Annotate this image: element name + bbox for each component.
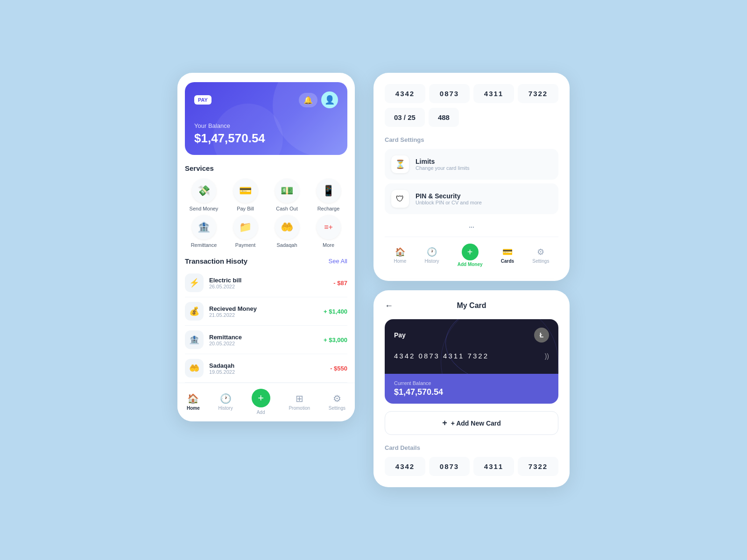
- details-group-3: 4311: [473, 457, 514, 476]
- nav-history[interactable]: 🕐 History: [218, 393, 233, 411]
- more-label: More: [323, 242, 334, 248]
- bell-icon: 🔔: [303, 96, 313, 105]
- panel-history-label: History: [424, 259, 439, 264]
- history-icon: 🕐: [220, 393, 232, 404]
- card-group-3: 4311: [473, 84, 514, 103]
- add-button[interactable]: +: [252, 389, 270, 407]
- transaction-history-title: Transaction Hisoty: [185, 257, 247, 265]
- card-cvv: 488: [429, 108, 459, 127]
- electric-bill-icon: ⚡: [185, 273, 204, 292]
- txn-date-sadaqah: 19.05.2022: [209, 369, 324, 375]
- card-details-number-row: 4342 0873 4311 7322: [385, 457, 558, 476]
- back-button[interactable]: ←: [385, 301, 393, 311]
- sadaqah-txn-icon: 🤲: [185, 359, 204, 378]
- details-group-1: 4342: [385, 457, 425, 476]
- service-send-money[interactable]: 💸 Send Money: [185, 179, 223, 211]
- dark-card-number: 4342 0873 4311 7322: [394, 352, 489, 360]
- card-number-row: 4342 0873 4311 7322: [385, 84, 558, 103]
- promotion-icon: ⊞: [296, 393, 303, 404]
- pin-security-subtitle: Unblock PIN or CV and more: [416, 200, 482, 205]
- current-balance-label: Current Balance: [394, 380, 549, 386]
- txn-date-received: 21.05.2022: [209, 312, 318, 318]
- remittance-label: Remittance: [191, 242, 217, 248]
- nav-home[interactable]: 🏠 Home: [187, 393, 200, 411]
- limits-subtitle: Change your card limits: [416, 165, 470, 171]
- panel-home-icon: 🏠: [395, 247, 405, 257]
- panel-settings-label: Settings: [532, 259, 549, 264]
- panel-home-label: Home: [394, 259, 407, 264]
- card-group-1: 4342: [385, 84, 425, 103]
- dark-card-top: Pay Ł 4342 0873 4311 7322 )): [385, 319, 558, 374]
- services-title: Services: [177, 164, 355, 172]
- nav-promotion[interactable]: ⊞ Promotion: [289, 393, 310, 411]
- settings-icon: ⚙: [333, 393, 341, 404]
- txn-amount-electric: - $87: [333, 280, 347, 287]
- send-money-icon: 💸: [192, 179, 216, 203]
- details-group-2: 0873: [429, 457, 470, 476]
- limits-icon: ⏳: [391, 155, 409, 173]
- more-icon: ≡+: [317, 215, 341, 239]
- panel-nav-home[interactable]: 🏠 Home: [394, 247, 407, 264]
- pay-badge: PAY: [194, 95, 211, 105]
- txn-name-remittance: Remittance: [209, 334, 318, 341]
- nav-home-label: Home: [187, 406, 200, 411]
- cash-out-label: Cash Out: [276, 206, 297, 211]
- balance-label: Your Balance: [194, 122, 338, 129]
- cash-out-icon: 💵: [275, 179, 299, 203]
- add-plus-icon: +: [442, 418, 447, 428]
- nav-add[interactable]: + Add: [252, 389, 270, 415]
- card-expiry: 03 / 25: [385, 108, 425, 127]
- pin-security-setting[interactable]: 🛡 PIN & Security Unblock PIN or CV and m…: [385, 183, 558, 214]
- balance-amount: $1,47,570.54: [194, 131, 338, 146]
- panel-nav-add[interactable]: + Add Money: [458, 244, 483, 267]
- txn-amount-received: + $1,400: [324, 308, 347, 315]
- panel-nav-cards[interactable]: 💳 Cards: [501, 247, 514, 264]
- panel-settings-icon: ⚙: [537, 247, 544, 257]
- panel-cards-label: Cards: [501, 259, 514, 264]
- avatar[interactable]: 👤: [321, 91, 338, 108]
- transaction-list: ⚡ Electric bill 26.05.2022 - $87 💰 Recie…: [177, 269, 355, 383]
- service-payment[interactable]: 📁 Payment: [226, 215, 264, 248]
- balance-card: PAY 🔔 👤 Your Balance $1,47,570.54: [185, 82, 347, 155]
- my-card-title: My Card: [457, 301, 486, 310]
- txn-amount-sadaqah: - $550: [330, 365, 347, 372]
- panel-nav-history[interactable]: 🕐 History: [424, 247, 439, 264]
- service-recharge[interactable]: 📱 Recharge: [310, 179, 347, 211]
- txn-item-remittance[interactable]: 🏦 Remittance 20.05.2022 + $3,000: [185, 326, 347, 354]
- pin-security-title: PIN & Security: [416, 192, 482, 200]
- limits-setting[interactable]: ⏳ Limits Change your card limits: [385, 149, 558, 180]
- current-balance-amount: $1,47,570.54: [394, 387, 549, 397]
- recharge-label: Recharge: [317, 206, 340, 211]
- see-all-button[interactable]: See All: [329, 258, 347, 265]
- panel-bottom-nav: 🏠 Home 🕐 History + Add Money 💳 Cards ⚙: [385, 237, 558, 270]
- add-new-card-button[interactable]: + + Add New Card: [385, 411, 558, 435]
- recharge-icon: 📱: [317, 179, 341, 203]
- nav-settings[interactable]: ⚙ Settings: [329, 393, 345, 411]
- dark-card-balance-section: Current Balance $1,47,570.54: [385, 374, 558, 404]
- txn-item-electric[interactable]: ⚡ Electric bill 26.05.2022 - $87: [185, 269, 347, 297]
- txn-date-electric: 26.05.2022: [209, 284, 328, 289]
- service-sadaqah[interactable]: 🤲 Sadaqah: [268, 215, 306, 248]
- nav-add-label: Add: [257, 410, 265, 415]
- sadaqah-icon: 🤲: [275, 215, 299, 239]
- service-pay-bill[interactable]: 💳 Pay Bill: [226, 179, 264, 211]
- card-group-2: 0873: [429, 84, 470, 103]
- nav-settings-label: Settings: [329, 406, 345, 411]
- service-remittance[interactable]: 🏦 Remittance: [185, 215, 223, 248]
- nav-history-label: History: [218, 406, 233, 411]
- bottom-navigation: 🏠 Home 🕐 History + Add ⊞ Promotion ⚙ Set…: [177, 383, 355, 421]
- txn-item-sadaqah[interactable]: 🤲 Sadaqah 19.05.2022 - $550: [185, 354, 347, 383]
- notification-button[interactable]: 🔔: [299, 93, 317, 107]
- txn-item-received[interactable]: 💰 Recieved Money 21.05.2022 + $1,400: [185, 297, 347, 326]
- card-settings-panel: 4342 0873 4311 7322 03 / 25 488 Card Set…: [374, 73, 570, 281]
- panel-nav-settings[interactable]: ⚙ Settings: [532, 247, 549, 264]
- my-card-header: ← My Card: [385, 301, 558, 310]
- card-details-title: Card Details: [385, 444, 558, 451]
- service-cash-out[interactable]: 💵 Cash Out: [268, 179, 306, 211]
- service-more[interactable]: ≡+ More: [310, 215, 347, 248]
- remittance-icon: 🏦: [192, 215, 216, 239]
- panel-cards-icon: 💳: [502, 247, 513, 257]
- payment-label: Payment: [235, 242, 255, 248]
- panel-add-label: Add Money: [458, 262, 483, 267]
- panel-add-button[interactable]: +: [462, 244, 479, 260]
